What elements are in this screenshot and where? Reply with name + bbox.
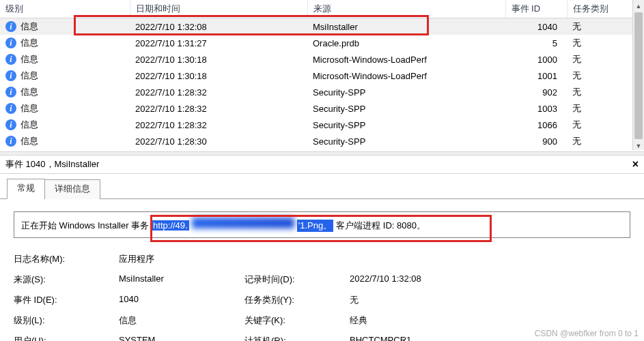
value-user: SYSTEM [119,335,242,341]
level-cell: i信息 [5,135,38,147]
id-cell: 1001 [505,68,567,84]
source-cell: MsiInstaller [307,18,505,35]
tab-details[interactable]: 详细信息 [44,179,100,199]
id-cell: 5 [505,35,567,51]
value-source: MsiInstaller [119,273,242,286]
level-text: 信息 [20,86,38,98]
id-cell: 1003 [505,100,567,117]
time-cell: 2022/7/10 1:28:32 [130,84,307,100]
info-icon: i [5,136,16,147]
source-cell: Microsoft-Windows-LoadPerf [307,51,505,68]
info-icon: i [5,87,16,98]
col-header-source[interactable]: 来源 [307,0,505,18]
source-cell: Security-SPP [307,100,505,117]
info-icon: i [5,38,16,48]
event-message-pre: 正在开始 Windows Installer 事务 [21,220,149,232]
time-cell: 2022/7/10 1:28:30 [130,133,307,149]
table-row[interactable]: i信息2022/7/10 1:31:27Oracle.prdb5无 [0,35,644,51]
scroll-down-icon[interactable]: ▼ [633,140,644,151]
level-text: 信息 [20,37,38,49]
time-cell: 2022/7/10 1:28:32 [130,100,307,117]
level-cell: i信息 [5,37,38,49]
label-log-name: 日志名称(M): [14,253,116,265]
col-header-time[interactable]: 日期和时间 [130,0,307,18]
source-cell: Security-SPP [307,133,505,149]
value-event-id: 1040 [119,294,242,306]
event-message-url-tail[interactable]: '1.Png。 [297,220,333,232]
level-cell: i信息 [5,70,38,82]
event-message-redacted [192,218,294,228]
tab-general[interactable]: 常规 [7,179,45,199]
id-cell: 1000 [505,51,567,68]
source-cell: Microsoft-Windows-LoadPerf [307,68,505,84]
table-row[interactable]: i信息2022/7/10 1:30:18Microsoft-Windows-Lo… [0,68,644,84]
value-level: 信息 [119,314,242,327]
table-header-row: 级别 日期和时间 来源 事件 ID 任务类别 [0,0,644,18]
info-icon: i [5,103,16,114]
event-message-post: 客户端进程 ID: 8080。 [336,220,425,232]
level-cell: i信息 [5,119,38,131]
vertical-scrollbar[interactable]: ▲ ▼ [632,0,644,150]
value-task-cat: 无 [350,294,630,306]
table-row[interactable]: i信息2022/7/10 1:30:18Microsoft-Windows-Lo… [0,51,644,68]
id-cell: 1066 [505,117,567,133]
info-icon: i [5,119,16,130]
event-message-url[interactable]: http://49. [152,220,189,231]
level-cell: i信息 [5,102,38,115]
table-row[interactable]: i信息2022/7/10 1:28:32Security-SPP1066无 [0,117,644,133]
col-header-id[interactable]: 事件 ID [505,0,567,18]
value-log-name: 应用程序 [119,253,242,265]
table-row[interactable]: i信息2022/7/10 1:32:08MsiInstaller1040无 [0,18,644,35]
value-keywords: 经典 [350,314,630,327]
info-icon: i [5,21,16,32]
source-cell: Oracle.prdb [307,35,505,51]
time-cell: 2022/7/10 1:30:18 [130,68,307,84]
level-cell: i信息 [5,53,38,65]
details-tabs: 常规 详细信息 [0,174,644,199]
label-keywords: 关键字(K): [244,314,347,327]
level-text: 信息 [20,70,38,82]
id-cell: 902 [505,84,567,100]
event-message-box: 正在开始 Windows Installer 事务 http://49. '1.… [14,211,630,238]
level-text: 信息 [20,135,38,147]
watermark: CSDN @webfker from 0 to 1 [535,329,639,338]
col-header-level[interactable]: 级别 [0,0,130,18]
level-text: 信息 [20,20,38,33]
level-text: 信息 [20,119,38,131]
label-computer: 计算机(R): [244,335,347,341]
event-properties: 日志名称(M): 应用程序 来源(S): MsiInstaller 记录时间(D… [14,253,630,341]
id-cell: 900 [505,133,567,149]
details-pane-title: 事件 1040，MsiInstaller [5,158,99,170]
table-row[interactable]: i信息2022/7/10 1:28:30Security-SPP900无 [0,133,644,149]
table-row[interactable]: i信息2022/7/10 1:28:32Security-SPP902无 [0,84,644,100]
label-log-time: 记录时间(D): [244,273,347,286]
level-text: 信息 [20,53,38,65]
level-cell: i信息 [5,86,38,98]
time-cell: 2022/7/10 1:31:27 [130,35,307,51]
level-text: 信息 [20,102,38,115]
id-cell: 1040 [505,18,567,35]
label-source: 来源(S): [14,273,116,286]
value-log-time: 2022/7/10 1:32:08 [350,273,630,286]
scroll-up-icon[interactable]: ▲ [633,0,644,12]
details-pane-header: 事件 1040，MsiInstaller × [0,155,644,174]
info-icon: i [5,70,16,81]
time-cell: 2022/7/10 1:32:08 [130,18,307,35]
source-cell: Security-SPP [307,84,505,100]
info-icon: i [5,54,16,65]
time-cell: 2022/7/10 1:30:18 [130,51,307,68]
source-cell: Security-SPP [307,117,505,133]
label-event-id: 事件 ID(E): [14,294,116,306]
time-cell: 2022/7/10 1:28:32 [130,117,307,133]
table-row[interactable]: i信息2022/7/10 1:28:32Security-SPP1003无 [0,100,644,117]
scroll-thumb[interactable] [634,12,643,139]
level-cell: i信息 [5,20,38,33]
close-icon[interactable]: × [632,158,639,170]
label-task-cat: 任务类别(Y): [244,294,347,306]
label-user: 用户(U): [14,335,116,341]
event-log-table[interactable]: 级别 日期和时间 来源 事件 ID 任务类别 i信息2022/7/10 1:32… [0,0,644,149]
label-level: 级别(L): [14,314,116,327]
